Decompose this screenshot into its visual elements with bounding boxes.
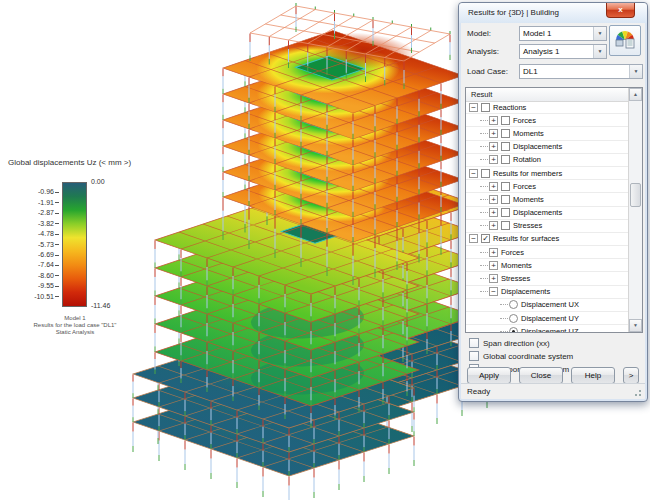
tree-item-moments[interactable]: +Moments bbox=[466, 193, 628, 206]
tree-connector bbox=[480, 265, 488, 266]
tree-item-label: Rotation bbox=[513, 155, 541, 164]
tree-checkbox[interactable] bbox=[501, 182, 510, 191]
tree-radio[interactable] bbox=[509, 327, 518, 332]
help-button[interactable]: Help bbox=[571, 367, 615, 384]
tree-connector bbox=[500, 304, 508, 305]
tree-item-label: Stresses bbox=[513, 221, 542, 230]
tree-item-label: Moments bbox=[513, 195, 544, 204]
tree-item-results-for-members[interactable]: −Results for members bbox=[466, 167, 628, 180]
tree-item-forces[interactable]: +Forces bbox=[466, 114, 628, 127]
chevron-down-icon[interactable]: ▼ bbox=[593, 45, 606, 58]
color-panel-button[interactable] bbox=[609, 25, 641, 56]
chevron-down-icon[interactable]: ▼ bbox=[593, 27, 606, 40]
legend-tick-label: -6.69 bbox=[6, 251, 59, 258]
tree-connector bbox=[480, 252, 488, 253]
more-button[interactable]: > bbox=[623, 367, 639, 384]
tree-checkbox[interactable] bbox=[481, 103, 490, 112]
tree-item-moments[interactable]: +Moments bbox=[466, 259, 628, 272]
model-value: Model 1 bbox=[523, 29, 551, 38]
tree-item-displacement-uy[interactable]: Displacement UY bbox=[466, 312, 628, 325]
expand-icon[interactable]: + bbox=[489, 155, 498, 164]
option-span-direction-xx[interactable]: Span direction (xx) bbox=[469, 337, 550, 349]
option-checkbox[interactable] bbox=[469, 338, 479, 348]
tree-item-results-for-surfaces[interactable]: −✓Results for surfaces bbox=[466, 233, 628, 246]
expand-icon[interactable]: + bbox=[489, 195, 498, 204]
expand-icon[interactable]: + bbox=[489, 129, 498, 138]
collapse-icon[interactable]: − bbox=[469, 169, 478, 178]
load-case-select[interactable]: DL1 ▼ bbox=[519, 64, 643, 79]
close-button[interactable]: x bbox=[606, 3, 635, 18]
tree-item-forces[interactable]: +Forces bbox=[466, 180, 628, 193]
collapse-icon[interactable]: − bbox=[469, 234, 478, 243]
collapse-icon[interactable]: − bbox=[489, 287, 498, 296]
tree-item-label: Reactions bbox=[493, 103, 526, 112]
tree-item-stresses[interactable]: +Stresses bbox=[466, 272, 628, 285]
tree-item-label: Moments bbox=[501, 261, 532, 270]
legend-caption: Model 1Results for the load case "DL1"St… bbox=[5, 315, 145, 336]
dialog-statusbar: Ready bbox=[461, 383, 645, 399]
tree-item-stresses[interactable]: +Stresses bbox=[466, 220, 628, 233]
tree-checkbox[interactable] bbox=[481, 169, 490, 178]
dialog-titlebar[interactable]: Results for {3D} | Building x bbox=[459, 3, 647, 23]
tree-item-displacement-ux[interactable]: Displacement UX bbox=[466, 299, 628, 312]
scroll-up-icon[interactable]: ▲ bbox=[629, 88, 642, 101]
tree-checkbox[interactable] bbox=[501, 116, 510, 125]
option-global-coordinate-system[interactable]: Global coordinate system bbox=[469, 350, 573, 362]
tree-item-displacement-uz[interactable]: Displacement UZ bbox=[466, 325, 628, 332]
tree-checkbox[interactable] bbox=[501, 142, 510, 151]
model-select[interactable]: Model 1 ▼ bbox=[519, 26, 607, 41]
expand-icon[interactable]: + bbox=[489, 274, 498, 283]
option-checkbox[interactable] bbox=[469, 351, 479, 361]
apply-button[interactable]: Apply bbox=[467, 367, 511, 384]
tree-item-moments[interactable]: +Moments bbox=[466, 127, 628, 140]
expand-icon[interactable]: + bbox=[489, 261, 498, 270]
tree-checkbox[interactable] bbox=[501, 155, 510, 164]
chevron-down-icon[interactable]: ▼ bbox=[629, 65, 642, 78]
expand-icon[interactable]: + bbox=[489, 208, 498, 217]
tree-radio[interactable] bbox=[509, 300, 518, 309]
analysis-select[interactable]: Analysis 1 ▼ bbox=[519, 44, 607, 59]
tree-checkbox[interactable] bbox=[501, 208, 510, 217]
resize-grip-icon[interactable] bbox=[633, 388, 642, 397]
tree-scrollbar[interactable]: ▲ ▼ bbox=[628, 88, 642, 332]
dialog-buttons: ApplyCloseHelp> bbox=[467, 367, 639, 384]
tree-connector bbox=[480, 212, 488, 213]
tree-item-displacements[interactable]: +Displacements bbox=[466, 141, 628, 154]
expand-icon[interactable]: + bbox=[489, 248, 498, 257]
tree-item-label: Displacements bbox=[501, 287, 550, 296]
tree-item-forces[interactable]: +Forces bbox=[466, 246, 628, 259]
option-label: Global coordinate system bbox=[483, 352, 573, 361]
tree-item-displacements[interactable]: −Displacements bbox=[466, 286, 628, 299]
collapse-icon[interactable]: − bbox=[469, 103, 478, 112]
tree-connector bbox=[480, 225, 488, 226]
scroll-down-icon[interactable]: ▼ bbox=[629, 319, 642, 332]
dialog-title: Results for {3D} | Building bbox=[468, 8, 559, 17]
tree-item-reactions[interactable]: −Reactions bbox=[466, 101, 628, 114]
legend-caption-line: Results for the load case "DL1" bbox=[5, 322, 145, 329]
analysis-label: Analysis: bbox=[467, 47, 499, 56]
expand-icon[interactable]: + bbox=[489, 182, 498, 191]
tree-connector bbox=[480, 186, 488, 187]
results-dialog: Results for {3D} | Building x Model: Mod… bbox=[458, 2, 648, 402]
tree-item-rotation[interactable]: +Rotation bbox=[466, 154, 628, 167]
result-tree: Result −Reactions+Forces+Moments+Displac… bbox=[465, 87, 643, 333]
tree-item-displacements[interactable]: +Displacements bbox=[466, 207, 628, 220]
expand-icon[interactable]: + bbox=[489, 116, 498, 125]
legend-title: Global displacements Uz (< mm >) bbox=[8, 158, 158, 167]
tree-item-label: Stresses bbox=[501, 274, 530, 283]
expand-icon[interactable]: + bbox=[489, 221, 498, 230]
tree-checkbox[interactable] bbox=[501, 195, 510, 204]
legend-tick-label: -7.64 bbox=[6, 261, 59, 268]
tree-radio[interactable] bbox=[509, 314, 518, 323]
tree-item-label: Displacements bbox=[513, 142, 562, 151]
tree-checkbox[interactable] bbox=[501, 129, 510, 138]
tree-item-label: Forces bbox=[513, 182, 536, 191]
scroll-thumb[interactable] bbox=[630, 183, 641, 207]
tree-checkbox[interactable] bbox=[501, 221, 510, 230]
tree-item-label: Displacement UX bbox=[521, 300, 579, 309]
tree-checkbox[interactable]: ✓ bbox=[481, 234, 490, 243]
close-button[interactable]: Close bbox=[519, 367, 563, 384]
expand-icon[interactable]: + bbox=[489, 142, 498, 151]
tree-item-label: Displacement UZ bbox=[521, 327, 579, 332]
result-tree-rows: −Reactions+Forces+Moments+Displacements+… bbox=[466, 101, 628, 332]
